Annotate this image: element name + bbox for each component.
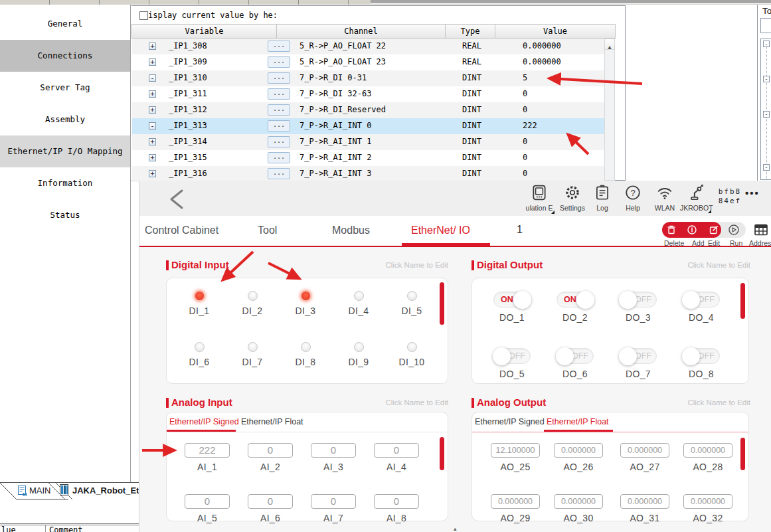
table-row[interactable]: +_IP1_316...7_P->R_AI_INT 3DINT0	[132, 166, 604, 182]
edit-icon[interactable]	[709, 224, 719, 235]
table-row[interactable]: +_IP1_308...5_R->P_AO_FLOAT 22REAL0.0000…	[132, 39, 604, 54]
analog-input-scroll-indicator[interactable]	[440, 437, 444, 470]
ellipsis-button[interactable]: ...	[268, 56, 290, 68]
sidebar-item-connections[interactable]: Connections	[0, 40, 130, 72]
do-channel-name[interactable]: DO_7	[626, 369, 651, 379]
di-channel-name[interactable]: DI_1	[189, 306, 210, 316]
ao-channel-name[interactable]: AO_26	[563, 462, 593, 472]
ai-value-box[interactable]: 0	[374, 494, 419, 509]
ao-channel-name[interactable]: AO_32	[693, 513, 723, 523]
ao-value-box[interactable]: 0.000000	[683, 494, 732, 509]
ai-channel-name[interactable]: AI_1	[197, 462, 217, 472]
trash-icon[interactable]	[666, 224, 677, 235]
doc-tab-jaka-robot[interactable]: JAKA_Robot_Eth	[72, 486, 139, 495]
expand-icon[interactable]: +	[149, 138, 156, 145]
ellipsis-button[interactable]: ...	[268, 136, 290, 147]
column-header-value[interactable]: Value	[495, 24, 616, 39]
do-channel-name[interactable]: DO_3	[626, 312, 651, 323]
di-channel-name[interactable]: DI_9	[349, 357, 369, 367]
column-header-channel[interactable]: Channel	[277, 24, 446, 39]
tree-collapse-icon[interactable]: -	[763, 41, 770, 47]
ai-value-box[interactable]: 0	[311, 494, 356, 509]
ellipsis-button[interactable]: ...	[268, 88, 290, 100]
di-channel-name[interactable]: DI_5	[402, 306, 422, 316]
table-row[interactable]: +_IP1_314...7_P->R_AI_INT 1DINT0	[132, 134, 604, 150]
toggle-knob[interactable]	[619, 291, 637, 309]
ai-channel-name[interactable]: AI_6	[260, 513, 280, 523]
sidebar-item-ethernet-ip-i-o-mapping[interactable]: Ethernet/IP I/O Mapping	[0, 135, 130, 167]
expand-icon[interactable]: +	[149, 154, 156, 161]
di-channel-name[interactable]: DI_8	[296, 357, 316, 367]
ellipsis-button[interactable]: ...	[268, 104, 290, 116]
ao-value-box[interactable]: 0.000000	[620, 494, 669, 509]
sidebar-item-status[interactable]: Status	[0, 199, 130, 231]
doc-tab-main[interactable]: MAIN	[29, 486, 51, 495]
ao-channel-name[interactable]: AO_30	[563, 513, 593, 523]
ao-value-box[interactable]: 0.000000	[491, 494, 540, 509]
toggle-knob[interactable]	[493, 347, 511, 365]
tree-collapse-icon[interactable]: -	[763, 111, 770, 118]
ai-value-box[interactable]: 0	[248, 443, 293, 458]
tree-collapse-icon[interactable]: -	[763, 76, 770, 82]
add-icon[interactable]	[687, 224, 697, 235]
ai-channel-name[interactable]: AI_8	[386, 513, 406, 523]
ai-tab-ethernet-ip-signed[interactable]: Ethernet/IP Signed	[169, 417, 239, 426]
di-channel-name[interactable]: DI_6	[189, 357, 210, 367]
tab-ethernet-io[interactable]: EtherNet/ IO	[411, 224, 470, 236]
column-header-type[interactable]: Type	[446, 24, 495, 39]
toggle-off[interactable]: OFF	[620, 348, 657, 364]
tree-collapse-icon[interactable]: -	[763, 164, 770, 171]
ai-channel-name[interactable]: AI_5	[197, 513, 217, 523]
table-row[interactable]: -_IP1_310...7_P->R_DI 0-31DINT5	[132, 70, 604, 86]
display-hex-checkbox[interactable]	[139, 11, 148, 20]
collapse-icon[interactable]: -	[149, 74, 156, 82]
toggle-on[interactable]: ON	[557, 292, 594, 308]
ellipsis-button[interactable]: ...	[268, 41, 290, 52]
column-header-variable[interactable]: Variable	[131, 24, 277, 39]
toggle-knob[interactable]	[513, 291, 531, 309]
do-channel-name[interactable]: DO_2	[562, 312, 588, 323]
table-row[interactable]: +_IP1_309...5_R->P_AO_FLOAT 23REAL0.0000…	[132, 54, 604, 70]
more-menu-button[interactable]: •••	[745, 187, 760, 199]
toggle-off[interactable]: OFF	[683, 348, 720, 364]
table-scrollbar[interactable]: ▲	[604, 39, 615, 181]
tab-tool[interactable]: Tool	[258, 224, 277, 236]
ao-channel-name[interactable]: AO_28	[693, 462, 723, 472]
sidebar-item-assembly[interactable]: Assembly	[0, 104, 130, 135]
back-button[interactable]	[165, 189, 189, 210]
ellipsis-button[interactable]: ...	[268, 72, 290, 84]
expand-icon[interactable]: +	[149, 43, 156, 50]
di-channel-name[interactable]: DI_4	[349, 306, 369, 316]
ao-channel-name[interactable]: AO_31	[630, 513, 659, 523]
toggle-knob[interactable]	[682, 291, 700, 309]
toggle-knob[interactable]	[576, 291, 594, 309]
toggle-knob[interactable]	[619, 347, 637, 365]
ao-value-box[interactable]: 0.000000	[554, 443, 603, 458]
toggle-knob[interactable]	[556, 347, 574, 365]
table-row[interactable]: +_IP1_312...7_P->R_DI_ReservedDINT0	[132, 102, 604, 118]
ellipsis-button[interactable]: ...	[268, 168, 290, 179]
expand-icon[interactable]: +	[149, 106, 156, 114]
do-channel-name[interactable]: DO_6	[562, 369, 588, 379]
digital-input-scroll-indicator[interactable]	[440, 282, 444, 325]
toggle-off[interactable]: OFF	[557, 348, 594, 364]
toggle-off[interactable]: OFF	[683, 292, 720, 308]
table-row[interactable]: +_IP1_311...7_P->R_DI 32-63DINT0	[132, 86, 604, 102]
ai-value-box[interactable]: 0	[185, 494, 230, 509]
sidebar-item-information[interactable]: Information	[0, 167, 130, 199]
ao-channel-name[interactable]: AO_27	[630, 462, 659, 472]
address-grid-icon[interactable]	[754, 222, 768, 237]
table-row[interactable]: -_IP1_313...7_P->R_AI_INT 0DINT222	[132, 118, 604, 134]
sidebar-item-general[interactable]: General	[0, 8, 130, 40]
digital-output-scroll-indicator[interactable]	[740, 283, 745, 319]
ao-channel-name[interactable]: AO_25	[500, 462, 530, 472]
do-channel-name[interactable]: DO_4	[689, 312, 714, 323]
toggle-off[interactable]: OFF	[493, 348, 531, 364]
log-button[interactable]: Log	[586, 184, 618, 212]
sidebar-item-server-tag[interactable]: Server Tag	[0, 72, 130, 104]
toggle-knob[interactable]	[682, 347, 700, 365]
ao-value-box[interactable]: 0.000000	[554, 494, 603, 509]
ai-channel-name[interactable]: AI_3	[323, 462, 343, 472]
expand-icon[interactable]: +	[149, 58, 156, 66]
wlan-button[interactable]: WLAN	[649, 184, 681, 212]
